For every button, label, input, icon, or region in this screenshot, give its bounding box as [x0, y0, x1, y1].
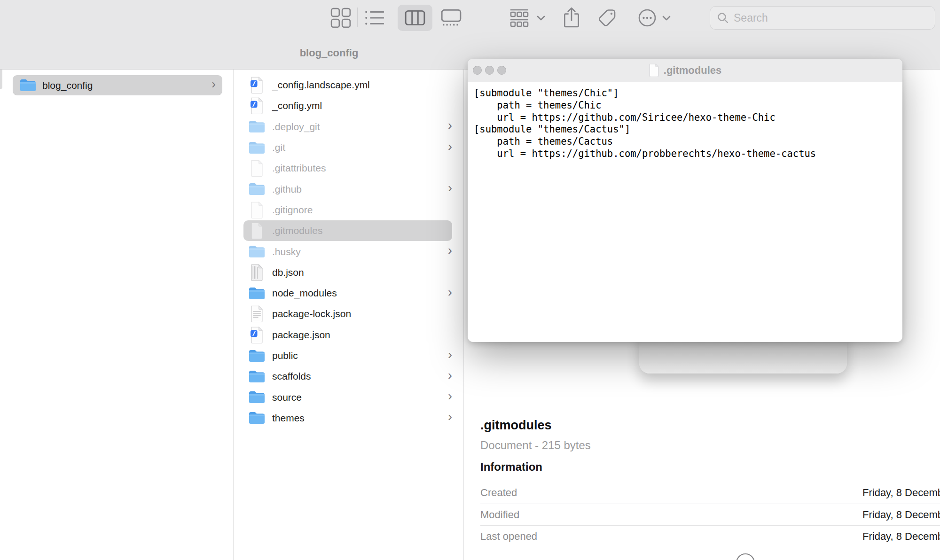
document-icon — [248, 222, 266, 239]
file-name: .deploy_git — [272, 121, 320, 132]
file-name: _config.yml — [272, 100, 322, 111]
file-row[interactable]: .husky› — [234, 241, 463, 262]
file-row[interactable]: public› — [234, 345, 463, 366]
sidebar-scrollbar[interactable] — [0, 68, 2, 89]
quicklook-window: .gitmodules [submodule "themes/Chic"] pa… — [468, 59, 902, 342]
close-window-button[interactable] — [473, 66, 482, 75]
preview-info-rows: CreatedFriday, 8 DecemberModifiedFriday,… — [480, 482, 940, 547]
file-name: themes — [272, 412, 305, 424]
folder-icon — [248, 286, 266, 301]
more-options-chevron-icon — [661, 12, 672, 23]
file-row[interactable]: themes› — [234, 408, 463, 428]
group-by-button[interactable] — [506, 5, 533, 31]
chevron-right-icon: › — [448, 182, 452, 194]
file-name: .gitignore — [272, 204, 313, 216]
document-icon — [248, 77, 266, 93]
folder-icon — [248, 119, 266, 134]
gallery-view-button[interactable] — [438, 5, 464, 31]
group-by-chevron-icon — [535, 12, 547, 23]
folder-icon — [248, 182, 266, 196]
chevron-right-icon: › — [448, 286, 452, 299]
file-row[interactable]: .gitattributes — [234, 158, 463, 179]
folder-icon — [248, 390, 266, 404]
info-value: Friday, 8 December — [862, 509, 940, 521]
file-name: .git — [272, 142, 285, 153]
group-by-icon — [509, 8, 530, 28]
file-list: _config.landscape.yml_config.yml.deploy_… — [234, 75, 463, 428]
share-icon — [562, 7, 581, 29]
file-name: node_modules — [272, 288, 337, 299]
file-row[interactable]: db.json — [234, 262, 463, 283]
file-row[interactable]: .gitmodules — [243, 220, 452, 241]
icon-view-button[interactable] — [328, 5, 354, 31]
document-icon — [248, 327, 266, 343]
file-name: .husky — [272, 246, 301, 257]
folder-icon — [248, 369, 266, 384]
file-list-column: _config.landscape.yml_config.yml.deploy_… — [234, 70, 464, 560]
column-view-button[interactable] — [398, 5, 432, 31]
file-name: package.json — [272, 329, 330, 341]
document-icon — [248, 264, 266, 281]
info-value: Friday, 8 December — [862, 530, 940, 543]
file-row[interactable]: _config.yml — [234, 95, 463, 116]
sidebar-item-label: blog_config — [42, 80, 93, 91]
preview-file-name: .gitmodules — [480, 418, 552, 433]
ellipsis-circle-icon — [637, 8, 658, 28]
file-row[interactable]: scaffolds› — [234, 366, 463, 387]
preview-section-title: Information — [480, 460, 542, 474]
document-icon — [248, 202, 266, 218]
search-icon — [717, 12, 729, 24]
file-name: package-lock.json — [272, 308, 351, 319]
chevron-right-icon: › — [448, 349, 452, 361]
column-view-icon — [404, 7, 426, 29]
chevron-right-icon: › — [448, 140, 452, 153]
file-row[interactable]: _config.landscape.yml — [234, 75, 463, 95]
chevron-right-icon: › — [448, 244, 452, 257]
chevron-right-icon: › — [448, 411, 452, 423]
sidebar-item-blog-config[interactable]: blog_config › — [13, 75, 222, 95]
file-row[interactable]: package.json — [234, 325, 463, 345]
window-title: blog_config — [258, 47, 400, 59]
file-row[interactable]: node_modules› — [234, 283, 463, 303]
file-row[interactable]: package-lock.json — [234, 303, 463, 324]
more-actions-circle-button[interactable] — [736, 553, 755, 560]
grid-view-icon — [330, 7, 352, 29]
sidebar-column: blog_config › — [0, 70, 234, 560]
file-name: db.json — [272, 267, 304, 278]
file-row[interactable]: .deploy_git› — [234, 117, 463, 137]
folder-icon — [248, 349, 266, 363]
quicklook-titlebar[interactable]: .gitmodules — [468, 59, 902, 82]
quicklook-content: [submodule "themes/Chic"] path = themes/… — [468, 82, 902, 165]
file-name: source — [272, 392, 302, 403]
info-row: Last openedFriday, 8 December — [480, 525, 940, 547]
more-options-button[interactable] — [634, 5, 660, 31]
quicklook-window-controls — [473, 66, 506, 75]
tags-button[interactable] — [594, 5, 620, 31]
file-row[interactable]: .gitignore — [234, 200, 463, 220]
zoom-window-button[interactable] — [497, 66, 506, 75]
search-field[interactable] — [710, 6, 935, 30]
minimize-window-button[interactable] — [485, 66, 494, 75]
document-icon — [649, 63, 659, 77]
list-view-button[interactable] — [361, 5, 388, 31]
document-icon — [248, 160, 266, 177]
gallery-view-icon — [440, 7, 462, 29]
file-row[interactable]: .github› — [234, 179, 463, 199]
list-view-icon — [364, 7, 385, 29]
file-row[interactable]: source› — [234, 387, 463, 407]
file-name: public — [272, 350, 298, 361]
info-label: Created — [480, 487, 517, 499]
chevron-right-icon: › — [448, 119, 452, 132]
folder-icon — [248, 140, 266, 155]
search-input[interactable] — [734, 12, 928, 24]
share-button[interactable] — [558, 5, 585, 31]
folder-icon — [248, 244, 266, 259]
toolbar-separator — [357, 8, 358, 27]
chevron-right-icon: › — [212, 78, 216, 91]
file-name: _config.landscape.yml — [272, 79, 370, 91]
tag-icon — [597, 8, 618, 28]
file-name: .github — [272, 184, 302, 195]
info-value: Friday, 8 December — [862, 487, 940, 499]
folder-icon — [19, 78, 37, 93]
file-row[interactable]: .git› — [234, 137, 463, 158]
